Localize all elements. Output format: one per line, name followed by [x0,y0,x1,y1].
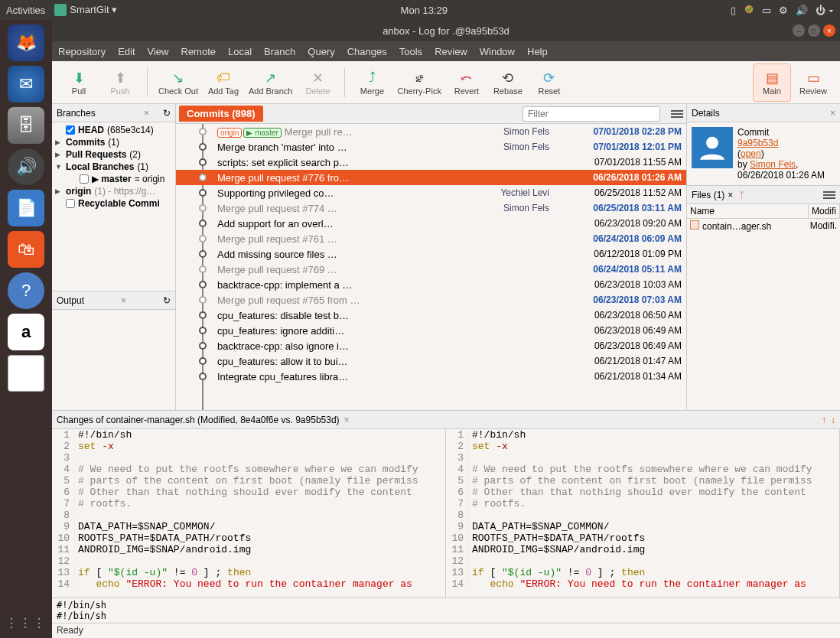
commit-row[interactable]: Add support for an overl…06/23/2018 09:2… [176,216,686,231]
commit-row[interactable]: Merge branch 'master' into …Simon Fels07… [176,139,686,155]
writer-icon[interactable]: 📄 [8,190,44,226]
code-icon[interactable]: <> [8,355,44,392]
review-view-button[interactable]: ▭Review [794,63,832,102]
diff-left-pane[interactable]: 1#!/bin/sh2set -x34# We need to put the … [52,429,446,597]
branch-checkbox[interactable] [66,125,75,135]
prev-diff-icon[interactable]: ↑ [822,415,826,425]
commit-row[interactable]: Merge pull request #761 …06/24/2018 06:0… [176,231,686,246]
menu-branch[interactable]: Branch [264,46,295,57]
author-link[interactable]: Simon Fels [750,159,796,170]
delete-button[interactable]: ✕Delete [298,63,337,102]
software-icon[interactable]: 🛍 [8,231,44,268]
details-tab[interactable]: Details [692,108,720,119]
firefox-icon[interactable]: 🦊 [8,24,44,61]
checkout-button[interactable]: ↘Check Out [155,63,201,102]
close-button[interactable]: × [823,24,835,37]
addtag-button[interactable]: 🏷Add Tag [204,63,243,102]
files-icon[interactable]: 🗄 [8,107,44,144]
thunderbird-icon[interactable]: ✉ [8,66,44,103]
commit-row[interactable]: Add missing source files …06/12/2018 01:… [176,246,686,262]
commit-row[interactable]: Merge pull request #765 from …06/23/2018… [176,292,686,308]
amazon-icon[interactable]: a [8,314,44,350]
branch-checkbox[interactable] [80,174,89,184]
menu-review[interactable]: Review [435,46,467,57]
branch-row[interactable]: ▶origin (1) - https://g… [54,185,174,197]
pull-button[interactable]: ⬇Pull [60,63,98,102]
cherrypick-button[interactable]: ⸙Cherry-Pick [394,63,444,102]
branch-row[interactable]: ▶Pull Requests (2) [54,148,174,161]
diff-right-pane[interactable]: 1#!/bin/sh2set -x34# We need to put the … [446,429,840,597]
commit-row[interactable]: Merge pull request #774 …Simon Fels06/25… [176,200,686,216]
sync-icon[interactable] [744,4,754,17]
menu-help[interactable]: Help [527,46,548,57]
branch-row[interactable]: ▼Local Branches (1) [54,161,174,173]
merge-button[interactable]: ⤴Merge [353,63,391,102]
apps-grid-icon[interactable]: ⋮⋮⋮ [5,616,47,630]
maximize-button[interactable]: □ [808,24,820,37]
github-icon[interactable] [157,108,160,119]
battery-icon[interactable]: ▯ [731,5,736,16]
col-modified[interactable]: Modifi [809,204,840,218]
push-button[interactable]: ⬆Push [101,63,139,102]
file-row[interactable]: contain…ager.sh Modifi. [687,219,840,233]
commit-row[interactable]: origin▶ masterMerge pull re…Simon Fels07… [176,124,686,139]
reset-button[interactable]: ⟳Reset [530,63,568,102]
music-icon[interactable]: 🔊 [8,148,44,185]
close-icon[interactable]: × [344,415,350,425]
help-icon[interactable]: ? [8,272,44,309]
commit-row[interactable]: scripts: set explicit search p…07/01/201… [176,155,686,170]
hamburger-icon[interactable] [671,110,683,118]
filter-input[interactable] [523,106,660,122]
menu-edit[interactable]: Edit [118,46,135,57]
volume-icon[interactable]: 🔊 [796,5,808,16]
commit-open-link[interactable]: open [741,148,761,159]
display-icon[interactable]: ▭ [762,5,771,16]
close-icon[interactable]: × [121,295,126,306]
output-tab[interactable]: Output [57,295,84,306]
branch-row[interactable]: Recyclable Commi [54,197,174,210]
commits-tab[interactable]: Commits (898) [179,106,263,122]
close-icon[interactable]: × [830,108,835,119]
addbranch-button[interactable]: ↗Add Branch [246,63,295,102]
hamburger-icon[interactable] [823,191,835,199]
commit-row[interactable]: Integrate cpu_features libra…06/21/2018 … [176,369,686,384]
menu-tools[interactable]: Tools [399,46,422,57]
commit-row[interactable]: cpu_features: disable test b…06/23/2018 … [176,308,686,323]
branch-row[interactable]: ▶Commits (1) [54,136,174,148]
revert-button[interactable]: ⤺Revert [448,63,486,102]
rebase-button[interactable]: ⟲Rebase [489,63,527,102]
branch-checkbox[interactable] [66,199,75,208]
branches-tab[interactable]: Branches [57,108,96,119]
menu-view[interactable]: View [148,46,169,57]
next-diff-icon[interactable]: ↓ [831,415,835,425]
commit-row[interactable]: Merge pull request #769 …06/24/2018 05:1… [176,262,686,277]
col-name[interactable]: Name [687,204,809,218]
power-icon[interactable]: ⏻ ▾ [816,5,834,16]
main-view-button[interactable]: ▤Main [753,63,791,102]
network-icon[interactable]: ⚙ [779,5,788,16]
close-icon[interactable]: × [144,108,149,119]
branch-row[interactable]: ▶ master = origin [54,173,174,185]
menu-remote[interactable]: Remote [181,46,217,57]
close-icon[interactable]: × [728,190,733,200]
menu-changes[interactable]: Changes [347,46,387,57]
files-tab[interactable]: Files (1) [692,190,724,200]
diff-tab[interactable]: Changes of container-manager.sh (Modifie… [57,415,340,425]
commit-row[interactable]: Merge pull request #776 fro…06/26/2018 0… [176,170,686,185]
activities-button[interactable]: Activities [6,5,45,16]
commit-row[interactable]: backtrace-cpp: implement a …06/23/2018 1… [176,277,686,292]
commit-row[interactable]: Supporting privileged co…Yechiel Levi06/… [176,185,686,200]
menu-local[interactable]: Local [228,46,252,57]
commit-row[interactable]: backtrace-cpp: also ignore i…06/23/2018 … [176,338,686,353]
commit-hash-link[interactable]: 9a95b53d [737,138,778,148]
refresh-icon[interactable]: ↻ [163,108,171,119]
commit-row[interactable]: cpu_features: ignore additi…06/23/2018 0… [176,323,686,338]
menu-window[interactable]: Window [480,46,515,57]
clear-icon[interactable]: ↻ [163,295,171,306]
menu-query[interactable]: Query [308,46,334,57]
commit-row[interactable]: cpu_features: allow it to bui…06/21/2018… [176,353,686,369]
branch-row[interactable]: HEAD (685e3c14) [54,124,174,136]
minimize-button[interactable]: – [793,24,805,37]
app-indicator[interactable]: SmartGit ▾ [54,4,117,17]
menu-repository[interactable]: Repository [58,46,106,57]
